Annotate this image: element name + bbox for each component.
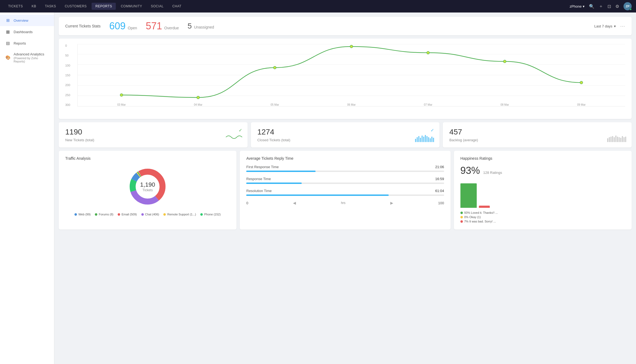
bar-chart: 300 250 200 150 100 50 0 [65,44,625,115]
legend-forums: Forums (8) [95,213,113,216]
traffic-title: Traffic Analysis [65,156,230,161]
metric-cards: 1190 New Tickets (total) ✓ 1274 Closed T… [59,122,632,148]
reply-row-first: First Response Time 21:06 [246,165,444,172]
svg-point-6 [580,81,583,84]
happiness-header: 93% 128 Ratings [460,165,625,176]
main-content: Current Tickets Stats 609 Open 571 Overd… [54,12,636,364]
nav-right: zPhone ▾ 🔍 ＋ ⊡ ⚙ ZP [570,2,632,10]
legend-phone: Phone (152) [200,213,221,216]
nav-reports[interactable]: REPORTS [92,3,116,10]
svg-point-1 [197,96,199,99]
legend-web: Web (99) [74,213,91,216]
chart-area: 03 Mar04 Mar05 Mar06 Mar07 Mar08 Mar09 M… [77,44,625,106]
bottom-section: Traffic Analysis [59,151,632,230]
sidebar-item-advanced-analytics[interactable]: 🎨 Advanced Analytics (Powered by Zoho Re… [0,49,54,66]
stats-header: Current Tickets Stats 609 Open 571 Overd… [59,17,632,35]
chart-y-labels: 300 250 200 150 100 50 0 [65,44,76,106]
happiness-card: Happiness Ratings 93% 128 Ratings 93% Lo… [454,151,632,230]
donut-center: 1,190 Tickets [140,181,155,192]
top-nav: TICKETS KB TASKS CUSTOMERS REPORTS COMMU… [0,0,636,12]
avatar[interactable]: ZP [623,2,632,10]
axis-right-arrow[interactable]: ▶ [390,201,393,205]
donut-container: 1,190 Tickets Web (99) Forums (8) [65,165,230,216]
sidebar-item-dashboards[interactable]: ▦ Dashboards [0,26,54,37]
donut-legend: Web (99) Forums (8) Email (509) Cha [74,213,220,216]
more-options-button[interactable]: ··· [620,23,625,29]
svg-point-5 [503,60,506,63]
stat-unassigned: 5 Unassigned [188,22,214,30]
metric-closed-tickets: 1274 Closed Tickets (total) ✓ [251,122,440,148]
donut-chart: 1,190 Tickets [126,165,169,208]
avatar-status-dot [629,8,632,10]
legend-remote: Remote Support (1...) [163,213,196,216]
bars-chart [415,134,434,142]
settings-icon[interactable]: ⚙ [615,4,619,9]
stats-right: Last 7 days ▾ ··· [594,23,625,29]
metric-backlog: 457 Backlog (average) [443,122,632,148]
stats-title: Current Tickets Stats [65,24,101,28]
wave-chart [226,133,242,142]
line-chart-svg [78,44,625,106]
reply-time-title: Average Tickets Reply Time [246,156,444,161]
nav-tasks[interactable]: TASKS [41,3,60,10]
axis-left-arrow[interactable]: ◀ [293,201,296,205]
nav-customers[interactable]: CUSTOMERS [61,3,91,10]
stat-overdue: 571 Overdue [146,21,179,31]
sidebar: ⊞ Overview ▦ Dashboards ▤ Reports 🎨 Adva… [0,12,54,364]
traffic-card: Traffic Analysis [59,151,236,230]
nav-kb[interactable]: KB [28,3,40,10]
legend-email: Email (509) [118,213,137,216]
happiness-title: Happiness Ratings [460,156,625,161]
check-circle-icon: ✓ [239,128,242,133]
reply-row-response: Response Time 16:59 [246,177,444,184]
main-layout: ⊞ Overview ▦ Dashboards ▤ Reports 🎨 Adva… [0,12,636,364]
svg-point-0 [120,94,123,96]
analytics-icon: 🎨 [5,55,10,60]
happiness-chart [460,181,625,208]
nav-brand[interactable]: zPhone ▾ [570,4,585,8]
search-icon[interactable]: 🔍 [589,4,594,9]
metric-new-tickets: 1190 New Tickets (total) ✓ [59,122,248,148]
stat-open: 609 Open [109,21,137,31]
reply-axis: 0 ◀ hrs ▶ 100 [246,201,444,205]
legend-chat: Chat (406) [141,213,159,216]
reports-icon: ▤ [5,41,10,46]
nav-items: TICKETS KB TASKS CUSTOMERS REPORTS COMMU… [4,3,570,10]
sidebar-item-overview[interactable]: ⊞ Overview [0,15,54,26]
nav-social[interactable]: SOCIAL [147,3,167,10]
happiness-legend: 93% Loved it. Thanks!! ... 0% Okay (1) 7… [460,211,625,223]
nav-community[interactable]: COMMUNITY [117,3,146,10]
tickets-chart-card: 300 250 200 150 100 50 0 [59,39,632,119]
bars-chart-2 [607,134,626,142]
notification-icon[interactable]: ⊡ [607,4,611,9]
dashboards-icon: ▦ [5,29,10,34]
nav-tickets[interactable]: TICKETS [4,3,27,10]
reply-time-card: Average Tickets Reply Time First Respons… [240,151,451,230]
date-filter[interactable]: Last 7 days ▾ [594,24,616,28]
svg-point-3 [350,45,353,48]
reply-row-resolution: Resolution Time 61:04 [246,189,444,196]
svg-point-4 [427,51,429,54]
nav-chat[interactable]: CHAT [169,3,185,10]
check-circle-icon-2: ✓ [431,128,434,133]
add-icon[interactable]: ＋ [599,4,603,9]
overview-icon: ⊞ [5,18,10,23]
sidebar-item-reports[interactable]: ▤ Reports [0,37,54,49]
svg-point-2 [273,66,276,69]
